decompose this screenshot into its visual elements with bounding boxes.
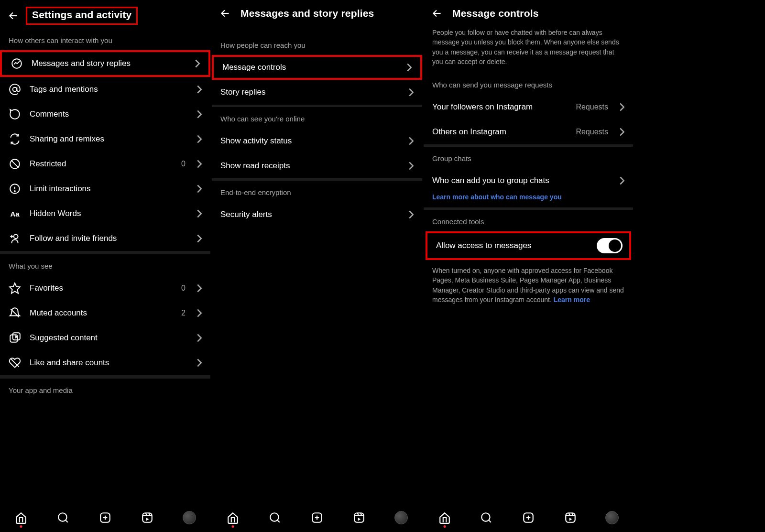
row-group-chats[interactable]: Who can add you to group chats [424,168,633,193]
hidden-words-icon: Aa [9,207,21,220]
nav-home[interactable] [226,510,240,525]
suggested-content-icon [9,332,21,344]
row-value: 2 [181,309,186,317]
row-comments[interactable]: Comments [0,102,210,127]
row-label: Story replies [220,87,400,97]
row-sharing-remixes[interactable]: Sharing and remixes [0,127,210,152]
row-label: Sharing and remixes [30,134,188,144]
learn-more-link[interactable]: Learn more about who can message you [424,193,633,207]
nav-profile[interactable] [394,510,408,525]
row-label: Follow and invite friends [30,234,188,243]
avatar-icon [605,511,619,524]
svg-rect-16 [142,513,152,522]
chevron-right-icon [620,103,624,111]
row-label: Security alerts [220,210,400,219]
avatar-icon [183,511,196,524]
back-button[interactable] [219,7,232,20]
svg-point-1 [13,87,17,92]
nav-profile[interactable] [605,510,619,525]
row-follow-invite[interactable]: Follow and invite friends [0,226,210,251]
row-muted-accounts[interactable]: Muted accounts 2 [0,301,210,326]
row-label: Restricted [30,159,173,169]
nav-search[interactable] [268,510,282,525]
arrow-left-icon [7,10,20,22]
section-label: How people can reach you [212,24,422,55]
row-like-share-counts[interactable]: Like and share counts [0,350,210,375]
desc-text: When turned on, anyone with approved acc… [432,267,624,304]
row-label: Messages and story replies [32,59,186,68]
row-limit-interactions[interactable]: Limit interactions [0,176,210,201]
learn-more-inline-link[interactable]: Learn more [554,296,590,304]
chevron-right-icon [197,185,202,193]
nav-reels[interactable] [352,510,366,525]
nav-home[interactable] [14,510,28,525]
back-button[interactable] [7,9,20,22]
nav-reels[interactable] [140,510,154,525]
chevron-right-icon [409,88,414,97]
chevron-right-icon [409,162,414,170]
row-label: Favorites [30,283,173,293]
svg-marker-7 [10,283,20,293]
row-messages-story-replies[interactable]: Messages and story replies [0,50,210,77]
back-button[interactable] [430,7,444,20]
nav-profile[interactable] [182,510,197,525]
sharing-icon [9,133,21,145]
nav-search[interactable] [479,510,493,525]
chevron-right-icon [409,137,414,145]
row-others-requests[interactable]: Others on Instagram Requests [424,119,633,144]
highlight-box: Settings and activity [26,7,138,25]
chevron-right-icon [620,128,624,136]
header: Message controls [424,0,633,24]
section-label: Who can send you message requests [424,73,633,95]
chevron-right-icon [197,160,202,168]
notification-dot [443,525,446,528]
row-allow-access[interactable]: Allow access to messages [427,233,629,258]
row-label: Who can add you to group chats [432,176,611,185]
arrow-left-icon [219,7,231,20]
row-suggested-content[interactable]: Suggested content [0,326,210,350]
notification-dot [232,525,234,528]
bottom-nav [0,502,210,532]
page-title: Message controls [452,8,539,19]
row-tags-mentions[interactable]: Tags and mentions [0,77,210,102]
chevron-right-icon [620,176,624,185]
row-story-replies[interactable]: Story replies [212,80,422,105]
chevron-right-icon [197,309,202,317]
nav-create[interactable] [521,510,536,525]
row-read-receipts[interactable]: Show read receipts [212,153,422,178]
row-message-controls[interactable]: Message controls [212,55,422,80]
chevron-right-icon [197,358,202,367]
chevron-right-icon [195,59,200,68]
messages-story-replies-panel: Messages and story replies How people ca… [212,0,422,532]
row-label: Muted accounts [30,308,173,318]
svg-rect-8 [10,335,17,342]
toggle-knob [609,239,621,252]
nav-create[interactable] [310,510,324,525]
nav-home[interactable] [437,510,452,525]
avatar-icon [394,511,408,524]
nav-reels[interactable] [563,510,578,525]
restricted-icon [9,158,21,170]
section-label: Who can see you're online [212,107,422,129]
heart-off-icon [9,357,21,369]
row-hidden-words[interactable]: Aa Hidden Words [0,201,210,226]
nav-create[interactable] [98,510,112,525]
row-value: 0 [181,160,186,168]
row-security-alerts[interactable]: Security alerts [212,202,422,227]
nav-search[interactable] [56,510,70,525]
row-value: Requests [576,128,608,136]
divider [0,251,210,254]
row-restricted[interactable]: Restricted 0 [0,152,210,176]
section-label: How others can interact with you [0,29,210,50]
svg-rect-36 [566,513,575,522]
svg-point-5 [14,191,15,192]
row-label: Suggested content [30,333,188,343]
toggle-description: When turned on, anyone with approved acc… [424,260,633,311]
highlight-box: Allow access to messages [426,231,631,260]
row-favorites[interactable]: Favorites 0 [0,276,210,301]
row-followers-requests[interactable]: Your followers on Instagram Requests [424,95,633,119]
toggle-switch[interactable] [597,238,623,253]
row-activity-status[interactable]: Show activity status [212,129,422,153]
row-label: Others on Instagram [432,127,567,137]
row-label: Show read receipts [220,161,400,171]
